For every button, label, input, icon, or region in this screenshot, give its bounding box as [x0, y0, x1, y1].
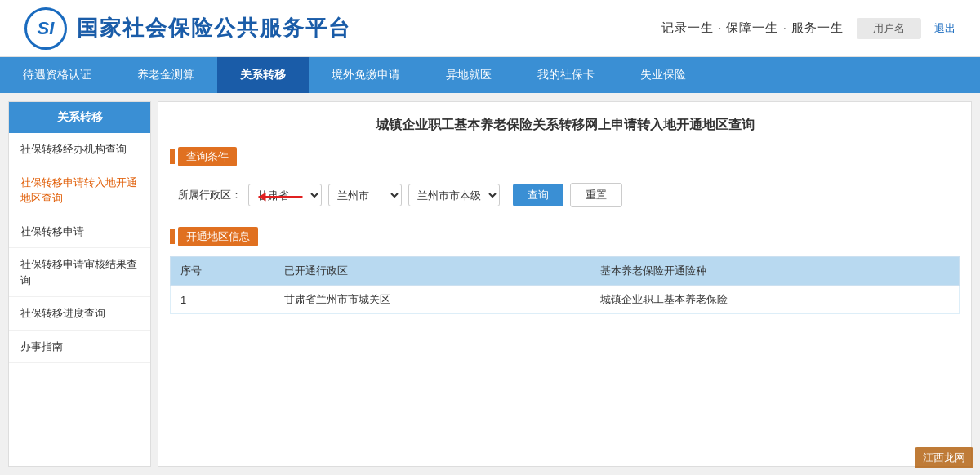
- username-display: 用户名: [873, 22, 905, 34]
- sidebar-item-jingbanjigouchaxun[interactable]: 社保转移经办机构查询: [9, 133, 150, 166]
- result-section-tag: 开通地区信息: [178, 227, 258, 246]
- reset-button[interactable]: 重置: [570, 183, 622, 207]
- nav-item-yidijiuyi[interactable]: 异地就医: [423, 57, 514, 93]
- query-section-header: 查询条件: [170, 147, 960, 166]
- logout-button[interactable]: 退出: [934, 21, 956, 36]
- district-select[interactable]: 兰州市市本级: [408, 184, 500, 206]
- query-section-tag: 查询条件: [178, 147, 237, 166]
- sidebar-item-kaitongdiquchaxun[interactable]: 社保转移申请转入地开通地区查询: [9, 166, 150, 215]
- city-select[interactable]: 兰州市: [328, 184, 402, 206]
- area-label: 所属行政区：: [178, 188, 242, 202]
- province-select[interactable]: 甘肃省: [248, 184, 322, 206]
- sidebar-item-shenqing[interactable]: 社保转移申请: [9, 215, 150, 249]
- col-header-type: 基本养老保险开通险种: [590, 257, 960, 286]
- nav-item-jingwaimianjiaooperation[interactable]: 境外免缴申请: [309, 57, 423, 93]
- main-content: 城镇企业职工基本养老保险关系转移网上申请转入地开通地区查询 查询条件 所属行政区…: [158, 101, 972, 467]
- sidebar-header: 关系转移: [9, 102, 150, 133]
- header-left: SI 国家社会保险公共服务平台: [24, 7, 351, 50]
- header-slogan: 记录一生 · 保障一生 · 服务一生: [662, 20, 844, 36]
- header: SI 国家社会保险公共服务平台 记录一生 · 保障一生 · 服务一生 用户名 退…: [0, 0, 980, 57]
- nav-item-yanglaojiucesuan[interactable]: 养老金测算: [114, 57, 217, 93]
- cell-area: 甘肃省兰州市市城关区: [274, 286, 590, 314]
- sidebar-item-officeGuide[interactable]: 办事指南: [9, 331, 150, 364]
- nav-item-daiyuzigerenzheng[interactable]: 待遇资格认证: [0, 57, 114, 93]
- nav-item-guanxizhuanyi[interactable]: 关系转移: [217, 57, 309, 93]
- user-info: 用户名: [857, 18, 921, 39]
- navbar: 待遇资格认证 养老金测算 关系转移 境外免缴申请 异地就医 我的社保卡 失业保险: [0, 57, 980, 93]
- nav-item-shiyebaoins[interactable]: 失业保险: [617, 57, 709, 93]
- section-line-icon: [170, 149, 175, 164]
- sidebar-item-jinduchaxun[interactable]: 社保转移进度查询: [9, 297, 150, 331]
- result-section-line-icon: [170, 229, 175, 244]
- table-row: 1 甘肃省兰州市市城关区 城镇企业职工基本养老保险: [171, 286, 960, 314]
- content-wrapper: 关系转移 社保转移经办机构查询 社保转移申请转入地开通地区查询 社保转移申请 社…: [0, 93, 980, 475]
- result-section-header: 开通地区信息: [170, 227, 960, 246]
- col-header-index: 序号: [171, 257, 274, 286]
- sidebar-item-shenhejieguo[interactable]: 社保转移申请审核结果查询: [9, 248, 150, 297]
- cell-index: 1: [171, 286, 274, 314]
- watermark: 江西龙网: [915, 447, 973, 468]
- site-title: 国家社会保险公共服务平台: [77, 14, 351, 42]
- query-button[interactable]: 查询: [513, 184, 564, 206]
- table-header-row: 序号 已开通行政区 基本养老保险开通险种: [171, 257, 960, 286]
- result-table: 序号 已开通行政区 基本养老保险开通险种 1 甘肃省兰州市市城关区 城镇企业职工…: [170, 256, 960, 314]
- header-right: 记录一生 · 保障一生 · 服务一生 用户名 退出: [662, 18, 956, 39]
- sidebar: 关系转移 社保转移经办机构查询 社保转移申请转入地开通地区查询 社保转移申请 社…: [8, 101, 151, 467]
- page-title: 城镇企业职工基本养老保险关系转移网上申请转入地开通地区查询: [170, 117, 960, 134]
- logo-icon: SI: [24, 7, 67, 50]
- nav-item-wodesbaocard[interactable]: 我的社保卡: [514, 57, 617, 93]
- cell-type: 城镇企业职工基本养老保险: [590, 286, 960, 314]
- col-header-area: 已开通行政区: [274, 257, 590, 286]
- query-form: 所属行政区： 甘肃省 兰州市 兰州市市本级 查询 重置: [170, 176, 960, 214]
